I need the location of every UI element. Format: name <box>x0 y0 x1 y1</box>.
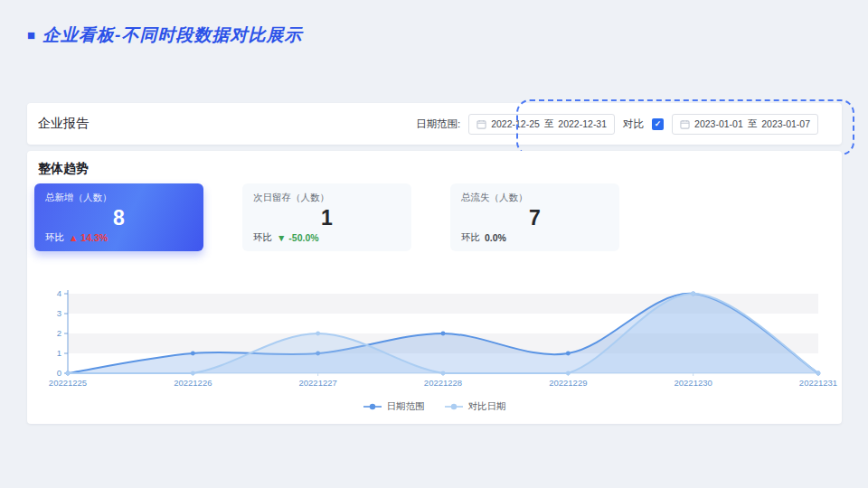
stat-label: 总流失（人数） <box>461 192 609 204</box>
svg-text:3: 3 <box>57 308 61 318</box>
calendar-icon <box>680 119 690 129</box>
date-controls: 日期范围: 2022-12-25 至 2022-12-31 对比 ✓ 2023-… <box>416 114 818 135</box>
legend-label: 日期范围 <box>387 400 425 413</box>
stat-card-churn: 总流失（人数） 7 环比 0.0% <box>450 183 619 251</box>
range1-start: 2022-12-25 <box>491 118 540 129</box>
svg-text:20221228: 20221228 <box>424 378 462 388</box>
date-range-label: 日期范围: <box>416 117 460 131</box>
title-square-icon: ■ <box>27 27 36 42</box>
trend-chart: 0123420221225202212262022122720221228202… <box>27 288 842 413</box>
svg-text:1: 1 <box>57 348 61 358</box>
stat-delta: ▼ -50.0% <box>277 232 319 243</box>
svg-text:20221226: 20221226 <box>174 378 212 388</box>
svg-text:20221225: 20221225 <box>49 378 87 388</box>
legend-line-dot-icon <box>445 403 463 410</box>
range2-start: 2023-01-01 <box>694 118 743 129</box>
stat-delta-row: 环比 0.0% <box>461 231 609 244</box>
stat-delta: ▲ 14.3% <box>69 232 108 243</box>
trend-chart-plot: 0123420221225202212262022122720221228202… <box>27 288 842 389</box>
page-title: ■ 企业看板-不同时段数据对比展示 <box>27 23 302 47</box>
stat-card-new-users: 总新增（人数） 8 环比 ▲ 14.3% <box>34 183 203 251</box>
chart-legend: 日期范围对比日期 <box>27 400 842 413</box>
calendar-icon <box>476 119 486 129</box>
ratio-label: 环比 <box>253 231 272 244</box>
range2-separator: 至 <box>748 117 758 130</box>
range1-separator: 至 <box>544 117 554 130</box>
trend-title: 整体趋势 <box>38 161 89 177</box>
stat-value: 1 <box>253 204 401 231</box>
svg-text:2: 2 <box>57 328 61 338</box>
legend-line-dot-icon <box>363 403 382 410</box>
stat-delta: 0.0% <box>485 232 506 243</box>
stats-row: 总新增（人数） 8 环比 ▲ 14.3% 次日留存（人数） 1 环比 ▼ -50… <box>34 183 619 251</box>
ratio-label: 环比 <box>461 231 480 244</box>
legend-label: 对比日期 <box>468 400 506 413</box>
trend-card: 整体趋势 总新增（人数） 8 环比 ▲ 14.3% 次日留存（人数） 1 环比 … <box>27 151 842 424</box>
compare-label: 对比 <box>623 117 644 131</box>
compare-checkbox[interactable]: ✓ <box>652 118 664 130</box>
stat-delta-row: 环比 ▼ -50.0% <box>253 231 401 244</box>
svg-text:20221231: 20221231 <box>799 378 837 388</box>
page-title-text: 企业看板-不同时段数据对比展示 <box>42 23 302 47</box>
svg-text:20221230: 20221230 <box>675 378 712 388</box>
stat-label: 次日留存（人数） <box>253 192 401 204</box>
dashboard-page: { "page": { "title_marker": "■", "title"… <box>0 0 868 488</box>
report-card: 企业报告 日期范围: 2022-12-25 至 2022-12-31 对比 ✓ <box>27 103 842 145</box>
svg-text:4: 4 <box>57 288 61 298</box>
svg-text:0: 0 <box>57 368 61 378</box>
legend-item[interactable]: 对比日期 <box>445 400 506 413</box>
ratio-label: 环比 <box>45 231 64 244</box>
date-range-input-primary[interactable]: 2022-12-25 至 2022-12-31 <box>468 114 615 135</box>
legend-item[interactable]: 日期范围 <box>363 400 425 413</box>
date-range-input-compare[interactable]: 2023-01-01 至 2023-01-07 <box>672 114 818 135</box>
checkbox-check-icon: ✓ <box>655 120 662 128</box>
svg-text:20221229: 20221229 <box>549 378 587 388</box>
range2-end: 2023-01-07 <box>761 118 810 129</box>
stat-value: 7 <box>461 204 609 231</box>
svg-text:20221227: 20221227 <box>299 378 337 388</box>
stat-value: 8 <box>45 204 193 231</box>
range1-end: 2022-12-31 <box>558 118 607 129</box>
report-title: 企业报告 <box>38 116 89 132</box>
stat-label: 总新增（人数） <box>45 192 193 204</box>
stat-card-retention: 次日留存（人数） 1 环比 ▼ -50.0% <box>242 183 411 251</box>
stat-delta-row: 环比 ▲ 14.3% <box>45 231 193 244</box>
